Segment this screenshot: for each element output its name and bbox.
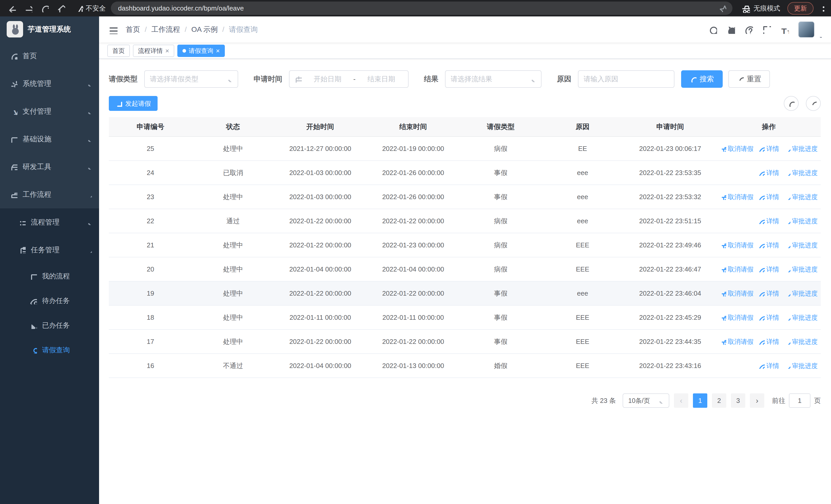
table-row: 17 处理中 2022-01-22 00:00:00 2022-01-22 00…	[109, 329, 821, 354]
cancel-leave-link[interactable]: 取消请假	[720, 289, 753, 298]
table-refresh-button[interactable]	[806, 96, 821, 111]
tab-leave-query[interactable]: 请假查询×	[177, 45, 225, 57]
breadcrumb-home[interactable]: 首页	[126, 25, 140, 34]
leave-type-select[interactable]: 请选择请假类型	[144, 70, 238, 88]
detail-link[interactable]: 详情	[758, 337, 779, 346]
sidebar-item-my-process[interactable]: 我的流程	[0, 264, 99, 289]
approval-progress-link[interactable]: 审批进度	[784, 337, 818, 346]
close-icon[interactable]: ×	[165, 48, 169, 54]
detail-link[interactable]: 详情	[758, 145, 779, 153]
col-reason: 原因	[542, 117, 624, 137]
browser-home-button[interactable]	[54, 2, 68, 15]
user-menu[interactable]	[798, 21, 822, 38]
browser-forward-button[interactable]	[22, 2, 35, 15]
detail-link[interactable]: 详情	[758, 362, 779, 370]
sidebar-item-home[interactable]: 首页	[0, 42, 99, 70]
result-select[interactable]: 请选择流结果	[445, 70, 542, 88]
chevron-icon	[86, 81, 92, 87]
browser-update-button[interactable]: 更新	[787, 2, 813, 14]
cancel-leave-link[interactable]: 取消请假	[720, 337, 753, 346]
cell-status: 处理中	[192, 305, 274, 329]
cell-reason: EEE	[542, 305, 624, 329]
refresh-icon	[810, 100, 816, 107]
approval-progress-link[interactable]: 审批进度	[784, 265, 818, 273]
cancel-leave-link[interactable]: 取消请假	[720, 265, 753, 273]
sidebar-item-payment[interactable]: 支付管理	[0, 97, 99, 125]
cell-apply-id: 25	[109, 137, 192, 161]
list-icon	[19, 219, 26, 226]
font-size-button[interactable]	[780, 25, 789, 34]
sidebar-item-todo-tasks[interactable]: 待办任务	[0, 289, 99, 313]
approval-progress-link[interactable]: 审批进度	[784, 169, 818, 177]
user-avatar[interactable]	[798, 21, 814, 38]
approval-progress-link[interactable]: 审批进度	[784, 217, 818, 225]
sidebar-item-leave-query[interactable]: 请假查询	[0, 338, 99, 362]
next-page-button[interactable]: ›	[750, 393, 764, 408]
browser-menu-button[interactable]	[816, 4, 826, 12]
detail-link[interactable]: 详情	[758, 193, 779, 201]
search-button[interactable]	[708, 25, 717, 34]
logo-area[interactable]: 芋道管理系统	[0, 17, 99, 42]
approval-progress-link[interactable]: 审批进度	[784, 313, 818, 322]
sidebar-item-done-tasks[interactable]: 已办任务	[0, 313, 99, 338]
help-button[interactable]	[744, 25, 753, 34]
apply-time-range-picker[interactable]: 开始日期 - 结束日期	[289, 70, 408, 88]
cancel-leave-link[interactable]: 取消请假	[720, 241, 753, 249]
fullscreen-button[interactable]	[762, 25, 771, 34]
tab-home[interactable]: 首页	[107, 45, 130, 57]
table-row: 22 通过 2022-01-22 00:00:00 2022-01-22 00:…	[109, 209, 821, 233]
cell-leave-type: 事假	[460, 185, 542, 209]
breadcrumb-oa-example[interactable]: OA 示例	[192, 25, 218, 34]
goto-page-input[interactable]	[789, 393, 810, 408]
cancel-leave-link[interactable]: 取消请假	[720, 313, 753, 322]
sidebar-item-infrastructure[interactable]: 基础设施	[0, 125, 99, 153]
cell-apply-id: 24	[109, 161, 192, 185]
prev-page-button[interactable]: ‹	[674, 393, 688, 408]
page-number-button[interactable]: 3	[731, 393, 745, 408]
create-leave-button[interactable]: 发起请假	[109, 96, 157, 111]
cell-leave-type: 事假	[460, 329, 542, 354]
detail-link[interactable]: 详情	[758, 265, 779, 273]
close-icon[interactable]: ×	[216, 48, 220, 54]
detail-link[interactable]: 详情	[758, 313, 779, 322]
hamburger-icon	[108, 25, 118, 34]
url-text[interactable]: dashboard.yudao.iocoder.cn/bpm/oa/leave	[118, 4, 719, 12]
detail-link[interactable]: 详情	[758, 217, 779, 225]
detail-link[interactable]: 详情	[758, 169, 779, 177]
tab-process-detail[interactable]: 流程详情×	[133, 45, 174, 57]
security-indicator[interactable]: 不安全	[76, 4, 106, 13]
detail-link[interactable]: 详情	[758, 241, 779, 249]
detail-link[interactable]: 详情	[758, 289, 779, 298]
reason-input[interactable]	[583, 75, 669, 83]
github-button[interactable]	[726, 25, 735, 34]
sidebar-item-task-mgmt[interactable]: 任务管理	[0, 236, 99, 264]
cell-start-time: 2022-01-04 00:00:00	[274, 354, 367, 378]
page-number-button[interactable]: 1	[693, 393, 707, 408]
start-date-placeholder[interactable]: 开始日期	[306, 75, 349, 84]
bookmark-star-icon[interactable]	[719, 4, 726, 12]
approval-progress-link[interactable]: 审批进度	[784, 241, 818, 249]
warning-icon	[76, 5, 83, 12]
approval-progress-link[interactable]: 审批进度	[784, 362, 818, 370]
page-number-button[interactable]: 2	[712, 393, 726, 408]
approval-progress-link[interactable]: 审批进度	[784, 193, 818, 201]
browser-reload-button[interactable]	[38, 2, 51, 15]
sidebar-collapse-button[interactable]	[108, 25, 118, 34]
address-bar[interactable]: dashboard.yudao.iocoder.cn/bpm/oa/leave	[111, 2, 733, 15]
cancel-leave-link[interactable]: 取消请假	[720, 193, 753, 201]
breadcrumb-workflow[interactable]: 工作流程	[151, 25, 180, 34]
reset-button[interactable]: 重置	[728, 70, 770, 88]
browser-back-button[interactable]	[5, 2, 19, 15]
end-date-placeholder[interactable]: 结束日期	[360, 75, 403, 84]
page-size-select[interactable]: 10条/页	[623, 393, 669, 408]
sidebar-item-system[interactable]: 系统管理	[0, 70, 99, 97]
sidebar-item-devtools[interactable]: 研发工具	[0, 153, 99, 181]
approval-progress-link[interactable]: 审批进度	[784, 145, 818, 153]
sidebar-item-process-mgmt[interactable]: 流程管理	[0, 208, 99, 236]
table-row: 18 处理中 2022-01-11 00:00:00 2022-01-11 00…	[109, 305, 821, 329]
approval-progress-link[interactable]: 审批进度	[784, 289, 818, 298]
toggle-search-button[interactable]	[784, 96, 799, 111]
sidebar-item-workflow[interactable]: 工作流程	[0, 181, 99, 208]
search-button-form[interactable]: 搜索	[681, 70, 723, 88]
cancel-leave-link[interactable]: 取消请假	[720, 145, 753, 153]
